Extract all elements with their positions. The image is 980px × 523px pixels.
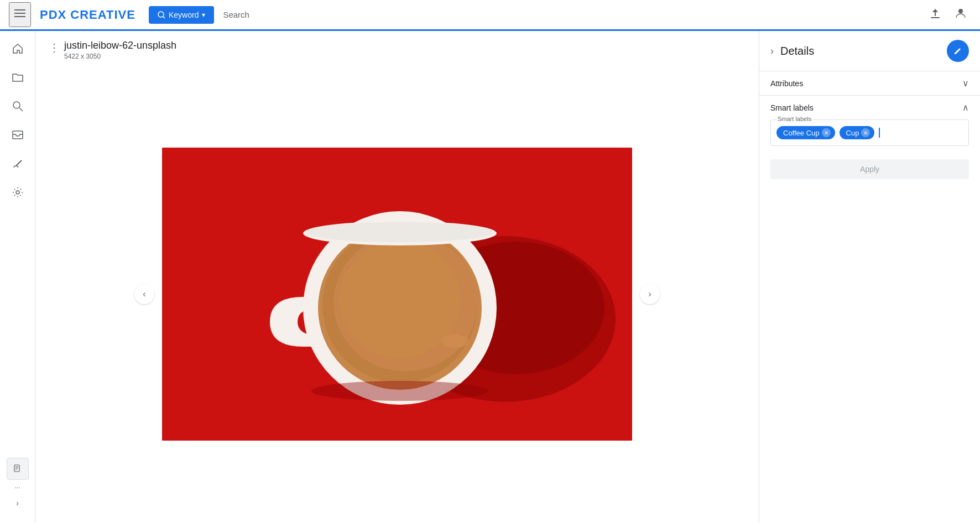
svg-point-27	[311, 381, 488, 401]
image-container: ‹	[162, 148, 632, 441]
next-image-button[interactable]: ›	[640, 284, 660, 304]
panel-title: Details	[780, 45, 947, 57]
menu-icon[interactable]	[9, 2, 31, 27]
attributes-label: Attributes	[770, 79, 803, 88]
input-cursor	[879, 128, 880, 138]
sidebar-doc-button[interactable]	[7, 458, 29, 480]
svg-rect-5	[931, 17, 940, 18]
search-label[interactable]: Search	[223, 10, 249, 19]
upload-button[interactable]	[925, 3, 946, 27]
smart-labels-input-area[interactable]: Smart labels Coffee Cup ✕ Cup ✕	[770, 119, 969, 146]
sidebar-item-inbox[interactable]	[4, 122, 31, 148]
tag-chip-coffee-cup: Coffee Cup ✕	[776, 126, 835, 139]
tag-coffee-cup-remove-button[interactable]: ✕	[822, 128, 831, 137]
attributes-section: Attributes ∨	[759, 71, 980, 96]
attributes-header[interactable]: Attributes ∨	[759, 71, 980, 95]
coffee-cup-image	[162, 148, 632, 441]
svg-point-24	[441, 334, 469, 348]
svg-point-6	[958, 9, 963, 13]
image-viewer: ‹	[35, 65, 759, 523]
content-area: ⋮ justin-leibow-62-unsplash 5422 x 3050 …	[35, 31, 759, 523]
sidebar-item-settings[interactable]	[4, 179, 31, 206]
keyword-button[interactable]: Keyword ▾	[149, 6, 214, 24]
smart-labels-input-container: Smart labels Coffee Cup ✕ Cup ✕	[759, 119, 980, 155]
svg-point-11	[16, 191, 19, 194]
sidebar-item-brush[interactable]	[4, 150, 31, 177]
prev-image-button[interactable]: ‹	[134, 284, 154, 304]
file-dimensions: 5422 x 3050	[64, 53, 176, 60]
sidebar-item-home[interactable]	[4, 35, 31, 62]
smart-labels-chevron-icon: ∧	[962, 102, 969, 113]
svg-rect-2	[14, 16, 25, 17]
smart-labels-title: Smart labels	[770, 103, 814, 112]
sidebar-more-label[interactable]: ...	[14, 482, 20, 490]
sidebar-expand-button[interactable]: ›	[7, 492, 29, 514]
tag-coffee-cup-label: Coffee Cup	[783, 129, 820, 137]
file-title: justin-leibow-62-unsplash	[64, 40, 176, 51]
panel-header: › Details	[759, 31, 980, 71]
svg-line-4	[163, 17, 165, 18]
svg-point-7	[13, 102, 20, 108]
smart-labels-section: Smart labels ∧ Smart labels Coffee Cup ✕…	[759, 96, 980, 155]
svg-point-26	[306, 222, 494, 242]
svg-line-8	[19, 108, 23, 111]
attributes-chevron-icon: ∨	[962, 78, 969, 88]
tag-cup-remove-button[interactable]: ✕	[861, 128, 870, 137]
svg-rect-0	[14, 9, 25, 11]
sidebar: ... ›	[0, 31, 35, 523]
svg-rect-1	[14, 13, 25, 14]
main-layout: ... › ⋮ justin-leibow-62-unsplash 5422 x…	[0, 31, 980, 523]
panel-edit-button[interactable]	[947, 40, 969, 62]
panel-collapse-icon[interactable]: ›	[770, 45, 774, 57]
svg-line-10	[16, 160, 22, 166]
tag-chip-cup: Cup ✕	[840, 126, 875, 139]
keyword-chevron-icon: ▾	[202, 11, 205, 19]
right-panel: › Details Attributes ∨ Smart labels ∧ Sm…	[759, 31, 980, 523]
topbar: PDX CREATIVE Keyword ▾ Search	[0, 0, 980, 31]
svg-point-3	[158, 12, 164, 17]
topbar-actions	[925, 3, 971, 27]
apply-button[interactable]: Apply	[770, 159, 969, 179]
app-logo: PDX CREATIVE	[40, 8, 135, 22]
sidebar-bottom: ... ›	[7, 458, 29, 519]
svg-rect-9	[13, 131, 23, 139]
sidebar-item-search[interactable]	[4, 93, 31, 119]
file-menu-icon[interactable]: ⋮	[49, 41, 60, 54]
file-header: ⋮ justin-leibow-62-unsplash 5422 x 3050	[35, 31, 759, 65]
sidebar-item-folder[interactable]	[4, 64, 31, 91]
account-button[interactable]	[950, 3, 971, 27]
tag-cup-label: Cup	[846, 129, 859, 137]
smart-labels-legend: Smart labels	[776, 116, 812, 122]
